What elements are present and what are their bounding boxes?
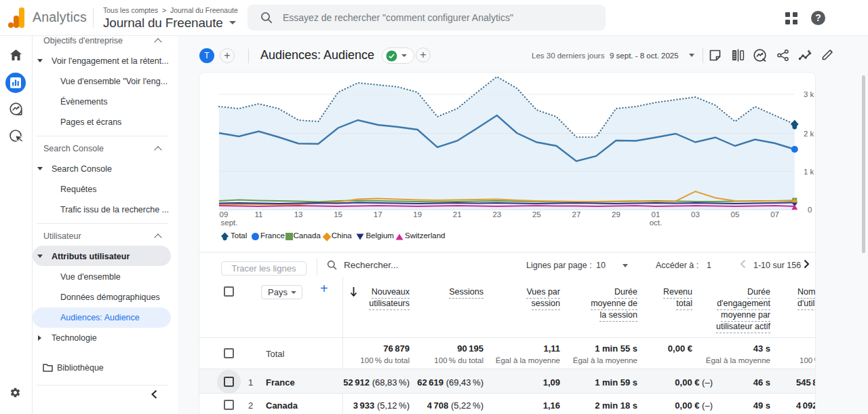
svg-text:29: 29 bbox=[612, 210, 620, 219]
svg-text:01: 01 bbox=[652, 210, 660, 219]
svg-text:0: 0 bbox=[808, 206, 812, 214]
svg-text:sept.: sept. bbox=[221, 219, 238, 227]
svg-text:19: 19 bbox=[413, 210, 422, 219]
svg-text:17: 17 bbox=[374, 210, 382, 219]
svg-text:oct.: oct. bbox=[650, 219, 663, 227]
svg-text:3 k: 3 k bbox=[804, 90, 814, 98]
svg-text:21: 21 bbox=[453, 210, 462, 219]
svg-text:03: 03 bbox=[691, 210, 700, 219]
svg-text:2 k: 2 k bbox=[804, 130, 814, 138]
svg-text:15: 15 bbox=[334, 210, 342, 219]
svg-text:25: 25 bbox=[532, 210, 541, 219]
svg-text:13: 13 bbox=[294, 210, 303, 219]
svg-text:07: 07 bbox=[770, 210, 779, 219]
svg-text:05: 05 bbox=[731, 210, 740, 219]
svg-text:1 k: 1 k bbox=[804, 168, 814, 176]
svg-text:23: 23 bbox=[492, 210, 501, 219]
svg-text:27: 27 bbox=[572, 210, 581, 219]
svg-text:11: 11 bbox=[255, 210, 263, 219]
svg-text:09: 09 bbox=[220, 210, 229, 219]
